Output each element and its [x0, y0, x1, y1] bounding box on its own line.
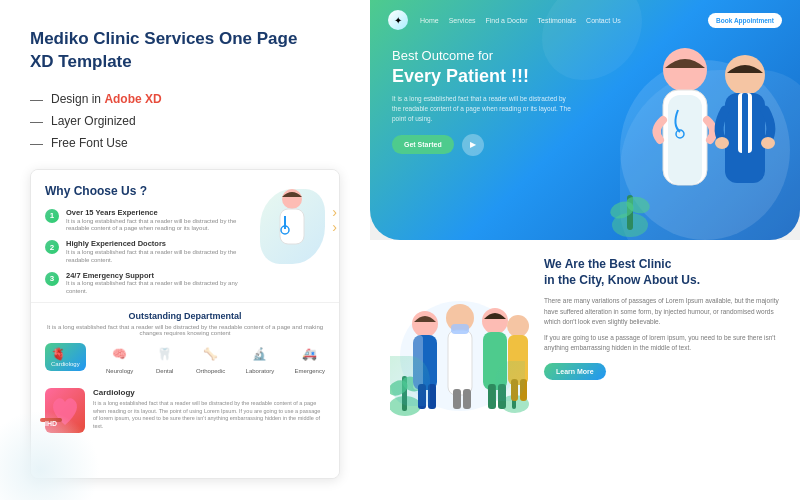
- hero-subtitle: It is a long established fact that a rea…: [392, 94, 572, 123]
- department-section: Outstanding Departmental It is a long es…: [31, 302, 339, 382]
- template-title: Mediko Clinic Services One Page XD Templ…: [30, 28, 340, 74]
- about-para-1: There are many variations of passages of…: [544, 296, 780, 327]
- svg-rect-30: [448, 330, 472, 395]
- svg-point-26: [412, 311, 438, 337]
- svg-rect-31: [451, 324, 469, 334]
- leaf-deco-1: [390, 356, 430, 406]
- cardiology-text: Cardiology It is a long established fact…: [93, 388, 325, 431]
- logo: ✦: [388, 10, 408, 30]
- feature-text-2: Layer Orginized: [51, 114, 136, 128]
- chevron-right-icon: ›: [332, 204, 337, 220]
- feature-text-1: Design in Adobe XD: [51, 92, 162, 106]
- about-heading: We Are the Best Clinicin the City, Know …: [544, 256, 780, 288]
- laboratory-icon: 🔬: [252, 347, 267, 361]
- why-num-1: 1: [45, 209, 59, 223]
- laboratory-icon-bg: 🔬: [249, 343, 271, 365]
- feature-item: — Layer Orginized: [30, 114, 340, 129]
- svg-rect-39: [463, 389, 471, 409]
- orthopedic-icon-bg: 🦴: [200, 343, 222, 365]
- why-item-title-3: 24/7 Emergency Support: [66, 271, 242, 281]
- dept-subtitle: It is a long established fact that a rea…: [45, 324, 325, 336]
- why-num-2: 2: [45, 240, 59, 254]
- hero-section: ✦ Home Services Find a Doctor Testimonia…: [370, 0, 800, 240]
- dept-label-laboratory: Laboratory: [246, 368, 275, 374]
- hero-buttons: Get Started ▶: [392, 134, 572, 156]
- dept-neurology[interactable]: 🧠 Neurology: [106, 343, 133, 374]
- emergency-icon: 🚑: [302, 347, 317, 361]
- nav-link-home[interactable]: Home: [420, 17, 439, 24]
- right-panel: ✦ Home Services Find a Doctor Testimonia…: [370, 0, 800, 500]
- learn-more-button[interactable]: Learn More: [544, 363, 606, 380]
- logo-icon: ✦: [394, 15, 402, 26]
- dept-label-emergency: Emergency: [295, 368, 325, 374]
- cardiology-description: It is a long established fact that a rea…: [93, 400, 325, 431]
- dept-orthopedic[interactable]: 🦴 Orthopedic: [196, 343, 225, 374]
- hero-pre-heading: Best Outcome for: [392, 48, 572, 65]
- dept-cardiology[interactable]: 🫀 Cardiology: [45, 343, 86, 374]
- feature-text-3: Free Font Use: [51, 136, 128, 150]
- about-para-2: If you are going to use a passage of lor…: [544, 333, 780, 354]
- dept-active-bg: 🫀 Cardiology: [45, 343, 86, 371]
- play-button[interactable]: ▶: [462, 134, 484, 156]
- nav-link-services[interactable]: Services: [449, 17, 476, 24]
- get-started-button[interactable]: Get Started: [392, 135, 454, 154]
- dept-title: Outstanding Departmental: [45, 311, 325, 321]
- why-item-sub-3: It is a long established fact that a rea…: [66, 280, 242, 296]
- dental-icon-bg: 🦷: [154, 343, 176, 365]
- why-item-1: 1 Over 15 Years Experience It is a long …: [45, 208, 242, 233]
- feature-item: — Free Font Use: [30, 136, 340, 151]
- svg-rect-7: [668, 95, 702, 185]
- chevron-right-icon-2: ›: [332, 219, 337, 235]
- dept-dental[interactable]: 🦷 Dental: [154, 343, 176, 374]
- svg-rect-12: [742, 93, 748, 158]
- dept-label-cardiology: Cardiology: [51, 361, 80, 367]
- why-item-title-2: Highly Experienced Doctors: [66, 239, 242, 249]
- hero-main-heading: Every Patient !!!: [392, 65, 572, 88]
- why-item-sub-1: It is a long established fact that a rea…: [66, 218, 242, 234]
- dental-icon: 🦷: [157, 347, 172, 361]
- why-item-sub-2: It is a long established fact that a rea…: [66, 249, 242, 265]
- svg-point-13: [715, 137, 729, 149]
- hero-doctor-illustration: [610, 0, 800, 240]
- dept-label-neurology: Neurology: [106, 368, 133, 374]
- dept-emergency[interactable]: 🚑 Emergency: [295, 343, 325, 374]
- cardiology-title: Cardiology: [93, 388, 325, 397]
- dept-label-orthopedic: Orthopedic: [196, 368, 225, 374]
- dash-icon: —: [30, 92, 43, 107]
- play-icon: ▶: [470, 140, 476, 149]
- why-items: 1 Over 15 Years Experience It is a long …: [45, 208, 242, 296]
- hero-content: Best Outcome for Every Patient !!! It is…: [370, 40, 594, 156]
- nav-link-find-doctor[interactable]: Find a Doctor: [486, 17, 528, 24]
- doctor-illustration: [260, 184, 325, 264]
- emergency-icon-bg: 🚑: [299, 343, 321, 365]
- neurology-icon-bg: 🧠: [109, 343, 131, 365]
- svg-point-32: [482, 308, 508, 334]
- dept-laboratory[interactable]: 🔬 Laboratory: [246, 343, 275, 374]
- orthopedic-icon: 🦴: [203, 347, 218, 361]
- why-item-title-1: Over 15 Years Experience: [66, 208, 242, 218]
- dept-icons: 🫀 Cardiology 🧠 Neurology 🦷: [45, 343, 325, 374]
- dash-icon: —: [30, 136, 43, 151]
- why-item-3: 3 24/7 Emergency Support It is a long es…: [45, 271, 242, 296]
- svg-point-9: [725, 55, 765, 95]
- leaf-deco-2: [495, 361, 525, 401]
- why-num-3: 3: [45, 272, 59, 286]
- about-section: We Are the Best Clinicin the City, Know …: [370, 240, 800, 500]
- left-panel: Mediko Clinic Services One Page XD Templ…: [0, 0, 370, 500]
- hero-heading: Best Outcome for Every Patient !!!: [392, 48, 572, 88]
- neurology-icon: 🧠: [112, 347, 127, 361]
- cardiology-icon: 🫀: [51, 347, 80, 361]
- about-text: We Are the Best Clinicin the City, Know …: [544, 256, 780, 380]
- doctors-svg: [610, 10, 800, 240]
- dept-label-dental: Dental: [156, 368, 173, 374]
- feature-item: — Design in Adobe XD: [30, 92, 340, 107]
- svg-point-5: [663, 48, 707, 92]
- svg-point-34: [507, 315, 529, 337]
- svg-point-14: [761, 137, 775, 149]
- feature-list: — Design in Adobe XD — Layer Orginized —…: [30, 92, 340, 151]
- why-title: Why Choose Us ?: [45, 184, 242, 198]
- why-item-2: 2 Highly Experienced Doctors It is a lon…: [45, 239, 242, 264]
- dash-icon: —: [30, 114, 43, 129]
- svg-rect-38: [453, 389, 461, 409]
- medical-team-illustration: [390, 256, 530, 406]
